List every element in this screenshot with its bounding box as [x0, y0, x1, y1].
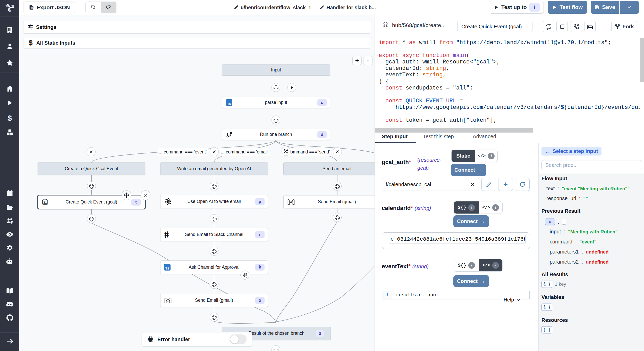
svg-text:31: 31: [384, 24, 387, 27]
